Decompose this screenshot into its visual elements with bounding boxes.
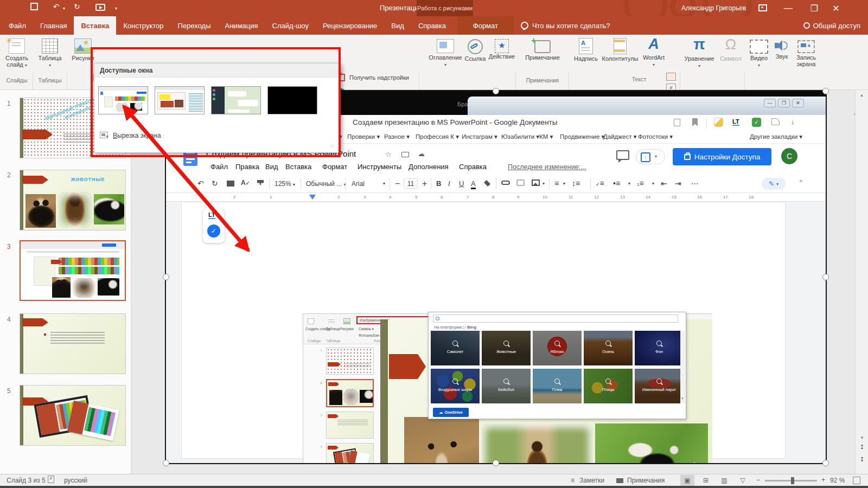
tab-review[interactable]: Рецензирование	[316, 16, 384, 35]
comments-toggle[interactable]: Примечания	[627, 477, 665, 484]
inner-powerpoint-screenshot: Создать слайд Таблица Рисунки Изображени…	[303, 313, 712, 463]
close-button[interactable]: ✕	[828, 0, 844, 16]
audio-button[interactable]: Звук	[771, 37, 792, 60]
share-label: Общий доступ	[813, 22, 860, 30]
photo-dog-closeup	[404, 417, 479, 463]
slide-number-icon[interactable]: #	[666, 84, 676, 92]
slide-3-thumbnail[interactable]	[20, 240, 126, 301]
tab-slideshow[interactable]: Слайд-шоу	[265, 16, 316, 35]
selection-handle[interactable]	[163, 274, 169, 280]
gdocs-comments-icon	[616, 150, 629, 160]
bookmark-item: Дайджест ▾	[603, 133, 636, 140]
textbox-button[interactable]: A Надпись	[571, 37, 601, 62]
inner-slide-4	[326, 443, 374, 463]
link-button[interactable]: Ссылка	[462, 37, 488, 62]
inner-group-tables: Таблицы	[326, 339, 341, 343]
reading-view-button[interactable]: ▥	[717, 475, 731, 486]
selection-handle[interactable]	[163, 460, 169, 466]
symbol-icon: Ω	[717, 36, 744, 55]
qat-customize-icon[interactable]: ▾	[115, 6, 117, 11]
comment-button[interactable]: + Примечание Примечания	[522, 37, 563, 61]
bookmark-item: Инстаграм ▾	[462, 133, 497, 140]
gdocs-menu-format: Формат	[322, 163, 347, 171]
scroll-up-icon[interactable]: ▲	[856, 90, 868, 100]
toc-button[interactable]: Оглавление▾	[429, 37, 462, 67]
notes-toggle[interactable]: Заметки	[579, 477, 604, 484]
screen-recording-button[interactable]: + Записьэкрана	[792, 37, 820, 67]
bulleted-list-icon: •≡	[613, 179, 620, 188]
undo-icon[interactable]: ↶	[53, 2, 60, 11]
scroll-down-icon[interactable]: ▼	[856, 433, 868, 442]
browser-restore-icon: ❐	[778, 99, 790, 107]
previous-slide-button[interactable]: ▲▲	[856, 444, 868, 454]
indent-marker-icon	[309, 195, 316, 200]
tab-file[interactable]: Файл	[0, 16, 33, 35]
gdocs-menu-insert: Вставка	[285, 163, 311, 171]
header-footer-button[interactable]: Колонтитулы	[600, 37, 640, 62]
person-icon	[803, 22, 810, 29]
slide-1-number: 1	[7, 100, 11, 107]
slide-2-thumbnail[interactable]: ЖИВОТНЫЕ	[20, 170, 126, 230]
redo-icon[interactable]: ↻	[74, 2, 80, 11]
signed-in-user[interactable]: Александр Григорьев	[681, 4, 746, 12]
paragraph-style-select: Обычный ... ▾	[306, 180, 346, 188]
slide-sorter-view-button[interactable]: ⊞	[699, 475, 713, 486]
slide-4-thumbnail[interactable]	[20, 313, 126, 374]
slide-5-thumbnail[interactable]	[20, 385, 126, 446]
zoom-slider-thumb[interactable]	[791, 477, 794, 484]
pictures-icon	[74, 38, 92, 54]
share-button[interactable]: Общий доступ	[796, 16, 868, 35]
date-time-icon[interactable]	[666, 73, 676, 81]
inner-group-slides: Слайды	[308, 339, 321, 343]
wordart-button[interactable]: A WordArt▾ Текст	[639, 36, 668, 67]
selection-handle[interactable]	[822, 460, 829, 466]
tell-me-box[interactable]: Что вы хотите сделать?	[514, 16, 617, 35]
zoom-percentage[interactable]: 92 %	[830, 477, 845, 484]
zoom-in-button[interactable]: +	[821, 476, 825, 484]
gdocs-menu-file: Файл	[210, 163, 228, 171]
restore-button[interactable]: ❐	[806, 0, 822, 16]
tab-transitions[interactable]: Переходы	[171, 16, 218, 35]
language-status[interactable]: русский	[64, 477, 87, 484]
languagetool-extension-icon: LT	[732, 118, 739, 126]
link-icon	[468, 39, 483, 54]
tab-format-context[interactable]: Формат	[457, 16, 514, 35]
get-addins-button[interactable]: Получить надстройки	[349, 74, 409, 81]
tab-insert[interactable]: Вставка	[74, 16, 116, 35]
equation-button[interactable]: π Уравнение▾	[682, 36, 716, 68]
slideshow-view-button[interactable]: ▽	[736, 475, 750, 486]
undo-caret-icon[interactable]: ▾	[63, 6, 65, 11]
ribbon-display-options-icon[interactable]: ▴	[758, 4, 767, 11]
spellcheck-status-icon[interactable]: ✗	[48, 476, 54, 483]
tab-home[interactable]: Главная	[33, 16, 74, 35]
tab-animations[interactable]: Анимация	[218, 16, 265, 35]
selection-handle[interactable]	[822, 274, 829, 280]
selection-handle[interactable]	[822, 88, 829, 94]
minimize-button[interactable]: —	[780, 0, 796, 16]
tab-design[interactable]: Конструктор	[116, 16, 170, 35]
photo-lemur	[595, 423, 708, 463]
bing-category-tile: Пляж	[533, 369, 582, 403]
normal-view-button[interactable]: ▣	[680, 475, 694, 486]
video-button[interactable]: Видео▾	[746, 37, 771, 68]
fit-slide-icon[interactable]	[853, 477, 860, 484]
tab-view[interactable]: Вид	[384, 16, 411, 35]
gdocs-share-label: Настройки Доступа	[694, 153, 760, 161]
selection-handle[interactable]	[493, 88, 499, 94]
zoom-out-button[interactable]: −	[756, 476, 760, 484]
next-slide-button[interactable]: ▼▼	[856, 457, 868, 467]
tab-help[interactable]: Справка	[411, 16, 453, 35]
selection-handle[interactable]	[493, 460, 499, 466]
header-footer-icon	[614, 38, 627, 54]
new-slide-button[interactable]: ✳ Создатьслайд ▾ Слайды	[2, 37, 31, 68]
comments-icon	[616, 478, 623, 483]
download-icon: ↓	[791, 118, 795, 126]
start-slideshow-icon[interactable]	[95, 4, 105, 11]
action-button[interactable]: ★ Действие	[488, 37, 515, 60]
bookmark-item: Профессия К ▾	[416, 133, 459, 140]
docs-undo-icon: ↶	[197, 179, 204, 188]
main-scrollbar[interactable]: ▲ ▼ ▲▲ ▼▼	[855, 90, 868, 474]
save-icon[interactable]	[30, 3, 38, 10]
table-button[interactable]: Таблица▾ Таблицы	[35, 37, 65, 68]
more-options-icon: ⋯	[691, 179, 699, 188]
